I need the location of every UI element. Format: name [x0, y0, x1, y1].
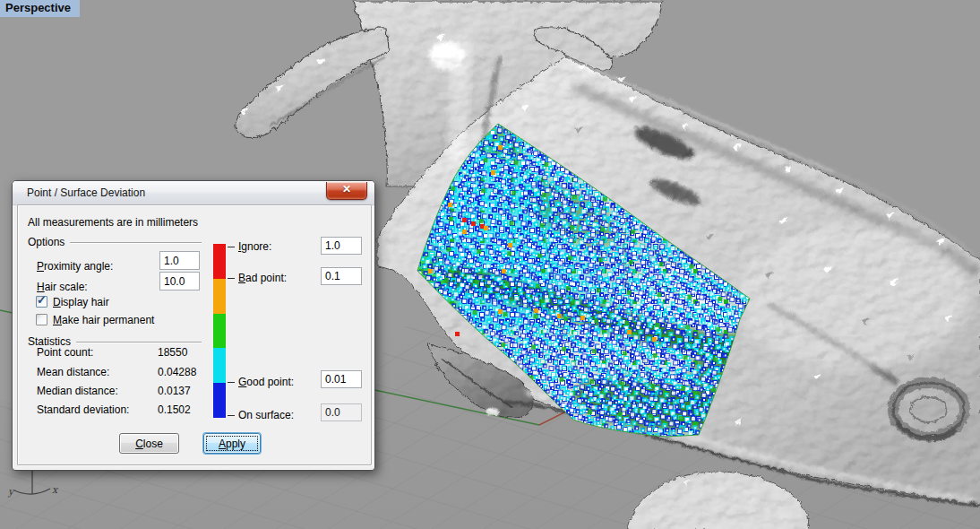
- apply-button[interactable]: Apply: [203, 433, 261, 454]
- make-hair-permanent-label: Make hair permanent: [53, 314, 154, 326]
- dialog-titlebar[interactable]: Point / Surface Deviation ✕: [13, 181, 374, 205]
- on-surface-input: [321, 403, 362, 421]
- on-surface-label: On surface:: [238, 409, 294, 421]
- options-group-rule: [70, 242, 202, 244]
- scale-color-mid: [213, 314, 226, 349]
- stat-row-standard-deviation: Standard deviation: 0.1502: [37, 403, 350, 417]
- tick-bad-point: [228, 278, 235, 279]
- checkmark-icon: ✓: [37, 293, 47, 307]
- ignore-input[interactable]: [321, 237, 362, 255]
- good-point-input[interactable]: [321, 370, 362, 388]
- scale-color-bad: [213, 279, 226, 314]
- stat-row-point-count: Point count: 18550: [37, 346, 350, 360]
- hair-scale-label: Hair scale:: [37, 281, 88, 293]
- application-window: y x Perspective Point / Surface Deviatio…: [0, 0, 980, 529]
- close-button[interactable]: Close: [119, 433, 179, 454]
- units-note: All measurements are in millimeters: [28, 216, 198, 229]
- stat-row-mean-distance: Mean distance: 0.04288: [37, 366, 350, 379]
- viewport-title-perspective[interactable]: Perspective: [0, 0, 80, 17]
- bad-point-input[interactable]: [321, 267, 362, 285]
- scale-color-surface: [213, 383, 226, 418]
- ignore-label: Ignore:: [238, 240, 271, 253]
- display-hair-checkbox[interactable]: ✓: [36, 296, 47, 308]
- proximity-angle-input[interactable]: [159, 251, 200, 270]
- options-group-label: Options: [28, 236, 64, 248]
- make-hair-permanent-checkbox[interactable]: [36, 314, 47, 325]
- scale-color-good: [213, 348, 226, 383]
- deviation-color-scale: [213, 244, 226, 418]
- dialog-close-button[interactable]: ✕: [326, 182, 367, 200]
- stat-label: Mean distance:: [37, 366, 109, 378]
- display-hair-label: Display hair: [53, 296, 109, 308]
- stat-value: 18550: [158, 346, 187, 359]
- bad-point-label: Bad point:: [238, 272, 287, 284]
- tick-on-surface: [228, 415, 235, 416]
- stat-label: Point count:: [37, 346, 93, 359]
- stat-label: Standard deviation:: [37, 403, 129, 416]
- options-group-header: Options: [28, 236, 202, 248]
- stat-row-median-distance: Median distance: 0.0137: [37, 385, 350, 398]
- point-surface-deviation-dialog: Point / Surface Deviation ✕ All measurem…: [12, 180, 375, 471]
- close-icon: ✕: [342, 183, 351, 195]
- stat-value: 0.04288: [158, 366, 196, 378]
- good-point-label: Good point:: [238, 376, 294, 388]
- statistics-group-rule: [76, 342, 202, 343]
- tick-ignore: [228, 247, 235, 247]
- dialog-title: Point / Surface Deviation: [27, 186, 145, 199]
- stat-value: 0.0137: [158, 385, 191, 397]
- scale-color-ignore: [213, 244, 226, 279]
- stat-value: 0.1502: [158, 403, 191, 416]
- stat-label: Median distance:: [37, 385, 118, 397]
- tick-good-point: [228, 382, 235, 383]
- hair-scale-input[interactable]: [159, 272, 200, 291]
- proximity-angle-label: Proximity angle:: [37, 260, 113, 273]
